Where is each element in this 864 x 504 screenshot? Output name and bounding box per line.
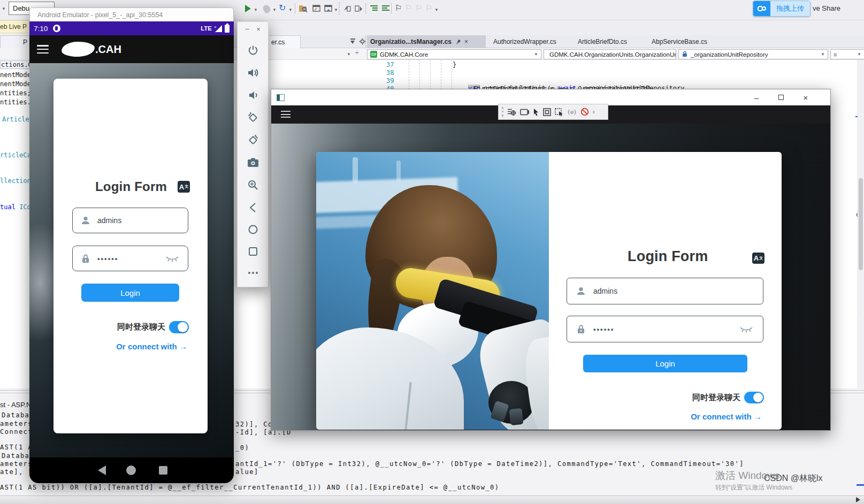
find-in-files-icon[interactable] (299, 4, 308, 13)
password-value: •••••• (97, 255, 118, 263)
capture-screen-icon[interactable] (520, 109, 529, 116)
chevron-down-icon[interactable]: ▼ (288, 7, 293, 12)
rotate-right-button[interactable] (244, 132, 262, 148)
rotate-left-button[interactable] (244, 110, 262, 126)
login-button[interactable]: Login (81, 284, 179, 302)
minimize-button[interactable]: – (746, 91, 767, 103)
password-field[interactable]: •••••• (567, 316, 763, 342)
type-combo[interactable]: GDMK.CAH.OrganizationUnits.OrganizationU… (544, 49, 676, 59)
new-window-icon[interactable] (312, 4, 322, 13)
chevron-down-icon[interactable]: ▼ (2, 6, 6, 11)
overview-button[interactable] (244, 243, 262, 259)
left-document-tab-fragment[interactable]: P (0, 35, 31, 48)
pin-icon[interactable] (456, 39, 461, 45)
back-button[interactable] (244, 200, 262, 216)
hamburger-menu-icon[interactable] (281, 111, 290, 118)
password-field[interactable]: •••••• (72, 246, 188, 271)
chat-toggle-label: 同时登录聊天 (117, 322, 165, 332)
network-type-label: LTE (201, 25, 212, 32)
chevron-down-icon[interactable]: ▼ (272, 7, 277, 12)
power-button[interactable] (244, 42, 262, 58)
collapse-chevron-icon[interactable]: ‹ (593, 108, 595, 116)
decrease-indent-icon[interactable] (369, 5, 379, 12)
csharp-project-icon: C# (370, 51, 377, 58)
chevron-down-icon[interactable]: ▼ (434, 7, 439, 12)
tab-organization-units-manager[interactable]: Organizatio...tsManager.cs × (367, 35, 486, 48)
line-number: 39 (386, 77, 394, 85)
minimize-icon[interactable]: – (245, 26, 249, 33)
prev-bookmark-icon[interactable]: ⚐ (405, 3, 412, 13)
tab-er-cs[interactable]: er.cs (266, 35, 301, 48)
code-fragment: ntities; (0, 89, 31, 97)
chat-toggle[interactable] (169, 321, 189, 333)
upload-drop-badge[interactable]: 拖拽上传 (753, 1, 811, 17)
disable-overlay-icon[interactable] (580, 108, 589, 116)
home-button[interactable] (126, 465, 136, 475)
tab-article-brief-dto[interactable]: ArticleBriefDto.cs (578, 38, 627, 45)
chevron-down-icon[interactable]: ▼ (347, 52, 351, 57)
more-options-button[interactable] (244, 265, 262, 281)
volume-down-button[interactable] (244, 87, 262, 103)
overview-button[interactable] (159, 466, 167, 475)
navigate-forward-icon[interactable] (354, 4, 364, 13)
connect-link[interactable]: Or connect with → (53, 342, 187, 352)
grip-handle[interactable] (502, 107, 503, 117)
app-title-bar[interactable]: – × (271, 89, 830, 105)
eye-closed-icon[interactable] (739, 325, 754, 333)
home-window-icon[interactable] (324, 4, 333, 13)
hot-reload-icon[interactable]: (⊘) (567, 109, 577, 115)
layout-adorners-icon[interactable] (543, 108, 551, 116)
select-element-icon[interactable] (533, 108, 539, 116)
live-visual-tree-icon[interactable] (507, 108, 516, 116)
close-icon[interactable]: × (464, 38, 468, 45)
scrollbar-thumb[interactable] (859, 178, 863, 270)
maximize-button[interactable] (770, 91, 792, 103)
translate-icon[interactable]: A文 (178, 181, 190, 193)
close-icon[interactable]: × (257, 26, 261, 33)
bookmark-icon[interactable]: ⚐ (395, 3, 402, 13)
start-debugging-icon[interactable] (245, 5, 251, 12)
refresh-icon[interactable]: ↻ (279, 3, 286, 13)
chevron-down-icon[interactable]: ▼ (334, 7, 338, 12)
username-field[interactable]: admins (567, 278, 763, 304)
code-fragment: tual ICo (0, 203, 31, 211)
username-field[interactable]: admins (72, 208, 188, 233)
next-bookmark-icon[interactable]: ⚐ (415, 3, 422, 13)
navigate-backward-icon[interactable] (342, 4, 352, 13)
home-button[interactable] (244, 222, 262, 238)
zoom-button[interactable] (244, 177, 262, 193)
screenshot-camera-button[interactable] (244, 155, 262, 171)
hidden-tabs-dropdown-icon[interactable] (350, 39, 356, 44)
project-combo[interactable]: C# GDMK.CAH.Core▼ (367, 49, 541, 59)
arrow-right-icon: → (754, 412, 762, 421)
clear-bookmarks-icon[interactable]: ⚐ (425, 3, 432, 13)
increase-indent-icon[interactable] (381, 5, 391, 12)
chat-toggle[interactable] (744, 392, 764, 403)
split-icon[interactable]: ÷ (355, 49, 359, 57)
member-combo[interactable]: _organizationUnitRepository▼ (678, 49, 828, 59)
person-icon (576, 286, 586, 296)
chevron-down-icon[interactable]: ▼ (254, 7, 258, 12)
username-value: admins (97, 216, 121, 225)
log-line: antId_1='?' (DbType = Int32), @__utcNow_… (235, 460, 744, 468)
back-button[interactable] (98, 465, 106, 475)
tab-abp-service-base[interactable]: AbpServiceBase.cs (652, 38, 707, 45)
eye-closed-icon[interactable] (165, 255, 180, 263)
private-field-icon (682, 51, 688, 58)
code-fragment: Article (2, 116, 29, 123)
chat-toggle-label: 同时登录聊天 (692, 393, 740, 403)
emulator-title-bar[interactable]: Android Emulator - pixel_5_-_api_30:5554 (29, 7, 234, 21)
expand-arrow-icon[interactable] (856, 497, 860, 502)
hamburger-menu-icon[interactable] (37, 45, 49, 54)
tab-authorized-wrapper[interactable]: AuthorizedWrapper.cs (493, 38, 556, 45)
volume-up-button[interactable] (244, 65, 262, 81)
overflow-combo-fragment[interactable]: ≡▼ (830, 49, 864, 59)
live-share-label[interactable]: ve Share (813, 4, 840, 12)
code-line-37: } (453, 61, 456, 68)
login-button[interactable]: Login (583, 355, 747, 372)
objective-lens (509, 408, 523, 425)
connect-link[interactable]: Or connect with → (549, 412, 762, 422)
translate-icon[interactable]: A文 (752, 253, 764, 264)
track-focused-icon[interactable] (555, 108, 563, 116)
close-button[interactable]: × (795, 91, 816, 103)
